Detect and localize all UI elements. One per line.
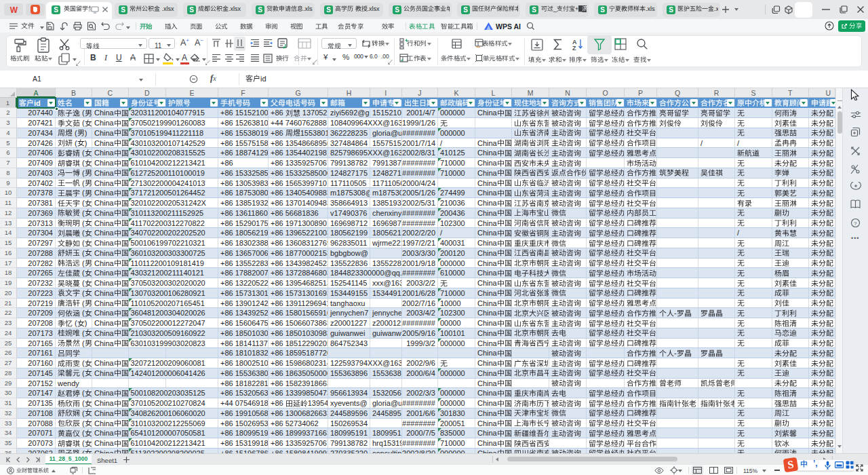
svg-text:?: ?	[854, 220, 857, 226]
svg-text:Z: Z	[572, 45, 576, 51]
svg-text:A: A	[572, 39, 577, 45]
